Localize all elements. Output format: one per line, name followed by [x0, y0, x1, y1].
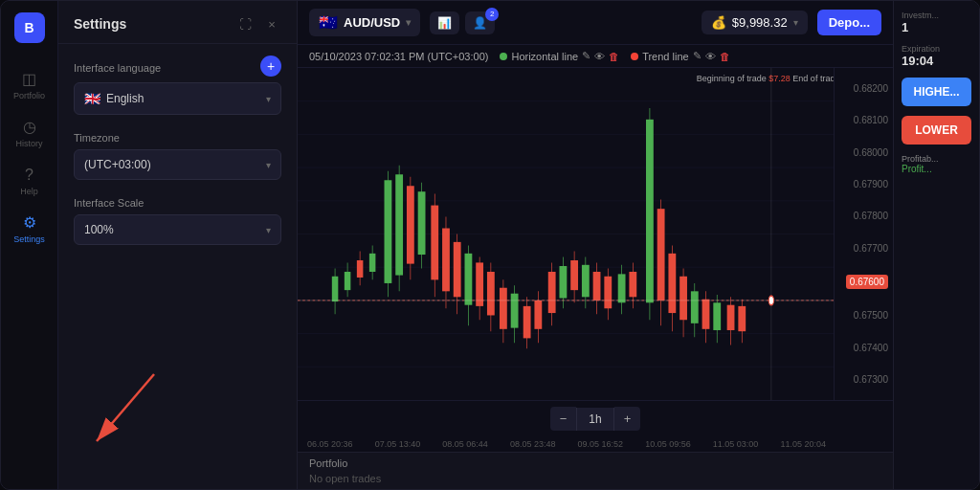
- notification-badge: 2: [485, 8, 499, 21]
- chart-tools: 📊 👤 2: [430, 11, 495, 34]
- svg-rect-57: [593, 272, 601, 301]
- eye-icon2[interactable]: 👁: [705, 51, 716, 62]
- trend-line-tool[interactable]: Trend line ✎ 👁 🗑: [631, 50, 730, 62]
- edit-icon[interactable]: ✎: [582, 50, 590, 62]
- svg-rect-31: [442, 229, 450, 292]
- language-field: Interface language + 🇬🇧 English ▾: [74, 59, 281, 115]
- scale-select[interactable]: 100% ▾: [74, 214, 281, 245]
- app-logo: B: [14, 12, 45, 43]
- deposit-button[interactable]: Depo...: [817, 10, 881, 35]
- svg-rect-45: [523, 306, 531, 339]
- settings-header: Settings ⛶ ×: [58, 1, 297, 44]
- flag-icon: 🇬🇧: [84, 91, 100, 106]
- portfolio-empty: No open trades: [309, 473, 881, 484]
- balance-button[interactable]: 💰 $9,998.32 ▾: [702, 11, 808, 34]
- svg-rect-39: [487, 272, 495, 315]
- svg-rect-33: [454, 242, 461, 297]
- svg-rect-81: [738, 306, 746, 331]
- time-scale: 06.05 20:36 07.05 13:40 08.05 06:44 08.0…: [298, 436, 893, 452]
- time-label-6: 10.05 09:56: [645, 439, 691, 449]
- eye-icon[interactable]: 👁: [594, 51, 605, 62]
- sidebar-item-settings[interactable]: ⚙ Settings: [1, 206, 57, 254]
- zoom-out-button[interactable]: −: [550, 407, 577, 431]
- profit-value: Profit...: [902, 164, 971, 174]
- red-arrow-indicator: [68, 365, 183, 460]
- expiration-value: 19:04: [902, 54, 971, 68]
- portfolio-bar: Portfolio No open trades: [298, 452, 893, 489]
- settings-panel: Settings ⛶ × Interface language + 🇬🇧 Eng…: [58, 1, 298, 489]
- trend-line-label: Trend line: [642, 51, 689, 62]
- pair-flag-icon: 🇦🇺: [319, 13, 338, 32]
- expiration-section: Expiration 19:04: [902, 44, 971, 68]
- settings-body: Interface language + 🇬🇧 English ▾ Timezo…: [58, 44, 297, 260]
- sidebar-item-help[interactable]: ? Help: [1, 158, 57, 206]
- svg-rect-55: [582, 265, 590, 298]
- svg-rect-47: [534, 301, 542, 329]
- svg-rect-43: [511, 294, 519, 328]
- language-select[interactable]: 🇬🇧 English ▾: [74, 82, 281, 115]
- price-level-6: 0.67700: [854, 243, 888, 254]
- price-scale: 0.68200 0.68100 0.68000 0.67900 0.67800 …: [834, 68, 893, 400]
- lower-button[interactable]: LOWER: [902, 116, 971, 145]
- price-level-2: 0.68100: [854, 115, 888, 125]
- sidebar-item-history[interactable]: ◷ History: [1, 110, 57, 158]
- delete-icon2[interactable]: 🗑: [720, 51, 730, 62]
- help-icon: ?: [25, 167, 33, 183]
- svg-rect-25: [407, 186, 414, 263]
- sidebar-item-portfolio[interactable]: ◫ Portfolio: [1, 62, 57, 110]
- svg-rect-13: [332, 277, 339, 301]
- svg-rect-23: [395, 174, 403, 275]
- investment-section: Investm... 1: [902, 11, 971, 34]
- balance-value: $9,998.32: [732, 15, 788, 30]
- profit-label: Profitab...: [902, 154, 971, 164]
- language-label: Interface language: [74, 62, 161, 74]
- svg-rect-21: [385, 180, 392, 283]
- notifications-button[interactable]: 👤 2: [465, 11, 495, 34]
- portfolio-icon: ◫: [22, 72, 36, 87]
- svg-rect-69: [668, 254, 676, 313]
- scale-label: Interface Scale: [74, 197, 281, 209]
- close-button[interactable]: ×: [262, 14, 281, 33]
- svg-rect-53: [570, 260, 578, 290]
- horizontal-line-label: Horizontal line: [511, 51, 578, 62]
- zoom-in-button[interactable]: +: [614, 407, 641, 431]
- pair-selector[interactable]: 🇦🇺 AUD/USD ▾: [309, 9, 420, 36]
- delete-icon[interactable]: 🗑: [609, 51, 619, 62]
- pair-name: AUD/USD: [344, 15, 400, 30]
- svg-rect-63: [629, 272, 636, 297]
- chevron-down-icon: ▾: [266, 225, 271, 235]
- price-level-4: 0.67900: [854, 179, 888, 189]
- profit-section: Profitab... Profit...: [902, 154, 971, 174]
- price-level-5: 0.67800: [854, 211, 888, 221]
- pair-chevron-icon: ▾: [406, 17, 411, 28]
- top-bar-right: 💰 $9,998.32 ▾ Depo...: [702, 10, 881, 35]
- expiration-label: Expiration: [902, 44, 971, 54]
- svg-rect-51: [559, 266, 567, 299]
- indicators-button[interactable]: 📊: [430, 11, 459, 34]
- chart-timestamp: 05/10/2023 07:02:31 PM (UTC+03:00): [309, 51, 488, 62]
- horizontal-line-tool[interactable]: Horizontal line ✎ 👁 🗑: [500, 50, 619, 62]
- add-language-button[interactable]: +: [260, 56, 281, 77]
- svg-line-1: [97, 374, 154, 441]
- settings-icon: ⚙: [23, 215, 36, 231]
- top-bar: 🇦🇺 AUD/USD ▾ 📊 👤 2 💰 $9,998.32 ▾ Depo...: [298, 1, 893, 45]
- sidebar-item-label: History: [15, 139, 42, 148]
- svg-rect-79: [727, 305, 735, 330]
- timezone-select[interactable]: (UTC+03:00) ▾: [74, 149, 281, 180]
- svg-rect-17: [357, 260, 364, 278]
- svg-rect-41: [500, 288, 507, 329]
- chevron-down-icon: ▾: [266, 160, 271, 170]
- investment-value: 1: [902, 20, 971, 34]
- timezone-label: Timezone: [74, 132, 281, 144]
- scale-field: Interface Scale 100% ▾: [74, 197, 281, 245]
- time-label-5: 09.05 16:52: [578, 439, 624, 449]
- horizontal-line-dot: [500, 53, 507, 60]
- expand-button[interactable]: ⛶: [235, 14, 255, 33]
- higher-button[interactable]: HIGHE...: [902, 78, 971, 106]
- svg-point-84: [768, 296, 773, 305]
- language-value: English: [106, 92, 144, 105]
- edit-icon2[interactable]: ✎: [693, 50, 702, 62]
- time-label-4: 08.05 23:48: [510, 439, 556, 449]
- svg-rect-65: [646, 120, 654, 302]
- svg-rect-49: [548, 272, 556, 313]
